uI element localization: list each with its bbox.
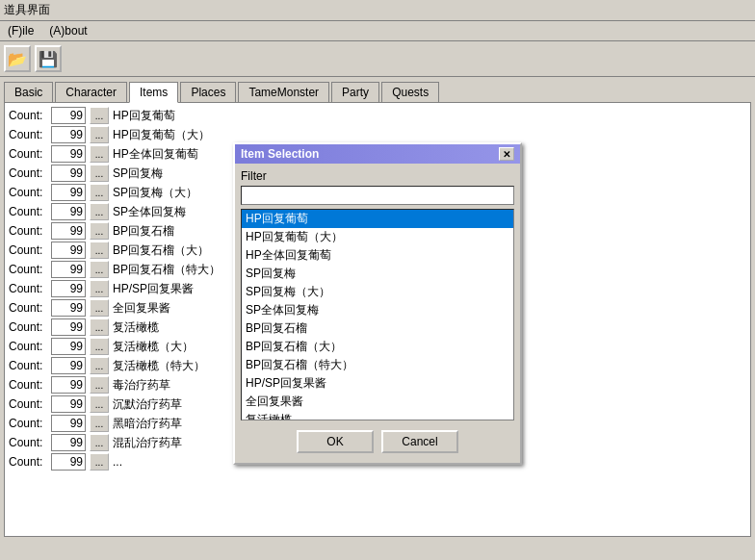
filter-input[interactable] [241,186,514,205]
dialog-body: Filter HP回复葡萄HP回复葡萄（大）HP全体回复葡萄SP回复梅SP回复梅… [235,164,520,463]
ok-button[interactable]: OK [297,430,374,453]
list-item[interactable]: HP回复葡萄 [242,210,513,228]
cancel-button[interactable]: Cancel [381,430,458,453]
dialog-title: Item Selection [241,147,319,161]
list-item[interactable]: SP回复梅（大） [242,283,513,301]
item-listbox[interactable]: HP回复葡萄HP回复葡萄（大）HP全体回复葡萄SP回复梅SP回复梅（大）SP全体… [241,209,514,420]
item-selection-dialog: Item Selection ✕ Filter HP回复葡萄HP回复葡萄（大）H… [233,142,522,465]
close-icon: ✕ [503,149,510,160]
list-item[interactable]: HP全体回复葡萄 [242,246,513,265]
list-item[interactable]: 全回复果酱 [242,393,513,411]
list-item[interactable]: SP全体回复梅 [242,301,513,319]
list-item[interactable]: HP回复葡萄（大） [242,228,513,246]
list-item[interactable]: HP/SP回复果酱 [242,374,513,393]
dialog-buttons: OK Cancel [241,426,514,457]
list-item[interactable]: BP回复石榴 [242,319,513,338]
list-item[interactable]: BP回复石榴（特大） [242,356,513,374]
list-item[interactable]: BP回复石榴（大） [242,338,513,356]
list-item[interactable]: SP回复梅 [242,265,513,283]
dialog-close-button[interactable]: ✕ [499,147,514,161]
dialog-titlebar: Item Selection ✕ [235,144,520,164]
filter-label: Filter [241,169,514,183]
list-item[interactable]: 复活橄榄 [242,411,513,420]
